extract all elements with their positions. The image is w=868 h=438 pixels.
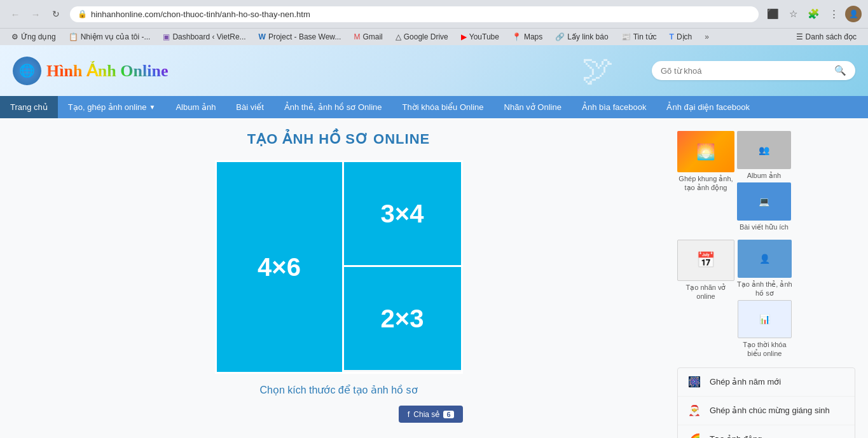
link-giang-sinh[interactable]: 🎅 Ghép ảnh chúc mừng giáng sinh [678, 397, 855, 425]
nav-anh-the-ho-so[interactable]: Ảnh thẻ, ảnh hồ sơ Online [274, 96, 392, 118]
nav-nhan-vo[interactable]: Nhãn vở Online [494, 96, 572, 118]
anh-the-label: Tạo ảnh thẻ, ảnhhồ sơ [737, 280, 792, 298]
sidebar-anh-the[interactable]: 👤 Tạo ảnh thẻ, ảnhhồ sơ [737, 240, 792, 298]
profile-avatar[interactable]: 👤 [845, 6, 862, 22]
browser-actions: ⬛ ☆ 🧩 ⋮ 👤 [764, 5, 862, 23]
search-icon[interactable]: 🔍 [834, 65, 846, 76]
forward-button[interactable]: → [27, 5, 45, 23]
bookmark-label: Lấy link báo [567, 32, 608, 41]
bookmark-label: Dashboard ‹ VietRe... [172, 32, 245, 41]
address-bar[interactable]: 🔒 hinhanhonline.com/chon-thuoc-tinh/anh-… [70, 6, 759, 22]
site-nav: Trang chủ Tạo, ghép ảnh online ▼ Album ả… [0, 96, 868, 118]
nav-tao-ghep-anh[interactable]: Tạo, ghép ảnh online ▼ [58, 96, 166, 118]
logo-text: Hình Ảnh Online [46, 61, 168, 81]
bookmark-youtube[interactable]: ▶ YouTube [456, 31, 504, 43]
gmail-icon: M [354, 32, 360, 41]
cast-button[interactable]: ⬛ [764, 5, 782, 23]
content-area: TẠO ẢNH HỒ SƠ ONLINE 4×6 3×4 2×3 Chọn kí… [13, 131, 665, 438]
anh-the-image: 👤 [738, 240, 792, 278]
album-image: 👥 [737, 131, 791, 169]
bookmarks-bar: ⚙ Ứng dụng 📋 Nhiệm vụ của tôi -... ▣ Das… [0, 28, 868, 45]
sidebar-album[interactable]: 👥 Album ảnh [737, 131, 791, 180]
nhan-vo-image: 📅 [677, 240, 734, 281]
nav-album-anh[interactable]: Album ảnh [165, 96, 226, 118]
drive-icon: △ [396, 32, 401, 41]
bookmark-dich[interactable]: T Dịch [665, 31, 698, 43]
site-logo[interactable]: 🌐 Hình Ảnh Online [13, 57, 168, 85]
anh-dong-label: Tạo ảnh động [710, 434, 762, 438]
giang-sinh-label: Ghép ảnh chúc mừng giáng sinh [710, 406, 830, 415]
bookmark-button[interactable]: ☆ [784, 5, 802, 23]
nav-anh-bia-fb[interactable]: Ảnh bìa facebook [572, 96, 657, 118]
sidebar: 🌅 Ghép khung ảnh,tạo ảnh động 👥 Album ản… [677, 131, 855, 438]
bookmark-gmail[interactable]: M Gmail [348, 31, 387, 43]
ghep-khung-label: Ghép khung ảnh,tạo ảnh động [679, 174, 733, 193]
site-search-bar[interactable]: 🔍 [652, 61, 855, 80]
maps-icon: 📍 [512, 32, 521, 41]
grid-right-column: 3×4 2×3 [344, 162, 461, 372]
giang-sinh-icon: 🎅 [685, 402, 703, 420]
reading-list-label: Danh sách đọc [806, 32, 857, 41]
bookmark-dashboard[interactable]: ▣ Dashboard ‹ VietRe... [158, 31, 251, 43]
bookmark-maps[interactable]: 📍 Maps [507, 31, 548, 43]
share-label: Chia sẻ [413, 410, 439, 419]
bookmark-label: Tin tức [633, 32, 657, 41]
sidebar-thoi-khoa-bieu[interactable]: 📊 Tạo thời khóabiểu online [737, 300, 792, 359]
browser-chrome: ← → ↻ 🔒 hinhanhonline.com/chon-thuoc-tin… [0, 0, 868, 45]
nam-moi-label: Ghép ảnh năm mới [710, 377, 781, 387]
thoi-khoa-bieu-image: 📊 [738, 300, 792, 338]
website: 🌐 Hình Ảnh Online 🕊 🔍 Trang chủ Tạo, ghé… [0, 45, 868, 438]
tin-tuc-icon: 📰 [621, 32, 631, 41]
bookmark-apps[interactable]: ⚙ Ứng dụng [6, 31, 61, 43]
dich-icon: T [670, 32, 674, 41]
bookmark-label: YouTube [469, 32, 499, 41]
grid-3x4[interactable]: 3×4 [344, 162, 461, 267]
back-button[interactable]: ← [6, 5, 24, 23]
facebook-share-button[interactable]: f Chia sẻ 6 [399, 406, 463, 423]
grid-2x3[interactable]: 2×3 [344, 267, 461, 370]
lay-link-icon: 🔗 [555, 32, 565, 41]
search-input[interactable] [661, 66, 829, 76]
bai-viet-image: 💻 [737, 182, 791, 221]
size-2x3-label: 2×3 [381, 305, 424, 333]
browser-toolbar: ← → ↻ 🔒 hinhanhonline.com/chon-thuoc-tin… [0, 0, 868, 28]
nav-bai-viet[interactable]: Bài viết [226, 96, 273, 118]
reading-list-button[interactable]: ☰ Danh sách đọc [791, 31, 862, 43]
sidebar-small-column-2: 👤 Tạo ảnh thẻ, ảnhhồ sơ 📊 Tạo thời khóab… [737, 240, 792, 359]
apps-icon: ⚙ [11, 32, 18, 41]
share-area: f Chia sẻ 6 [215, 406, 463, 423]
size-3x4-label: 3×4 [381, 200, 424, 228]
nav-anh-dai-dien-fb[interactable]: Ảnh đại diện facebook [656, 96, 760, 118]
sidebar-nhan-vo[interactable]: 📅 Tạo nhãn vởonline [677, 240, 734, 359]
more-bookmarks-button[interactable]: » [701, 31, 713, 43]
bookmark-tin-tuc[interactable]: 📰 Tin tức [616, 31, 662, 43]
logo-globe-icon: 🌐 [13, 57, 41, 85]
grid-4x6[interactable]: 4×6 [217, 162, 344, 372]
extensions-button[interactable]: 🧩 [804, 5, 822, 23]
sidebar-row-2: 📅 Tạo nhãn vởonline 👤 Tạo ảnh thẻ, ảnhhồ… [677, 240, 855, 359]
site-header: 🌐 Hình Ảnh Online 🕊 🔍 [0, 45, 868, 96]
bookmark-lay-link[interactable]: 🔗 Lấy link báo [550, 31, 613, 43]
sidebar-ghep-khung[interactable]: 🌅 Ghép khung ảnh,tạo ảnh động [677, 131, 734, 232]
nav-trang-chu[interactable]: Trang chủ [0, 96, 58, 118]
bookmark-drive[interactable]: △ Google Drive [390, 31, 453, 43]
nav-thoi-khoa-bieu[interactable]: Thời khóa biểu Online [392, 96, 494, 118]
sidebar-bai-viet[interactable]: 💻 Bài viết hữu ích [737, 182, 791, 231]
ghep-khung-image: 🌅 [677, 131, 734, 172]
bookmark-nhiem-vu[interactable]: 📋 Nhiệm vụ của tôi -... [64, 31, 156, 43]
menu-button[interactable]: ⋮ [825, 5, 843, 23]
album-label: Album ảnh [747, 171, 781, 180]
reading-list-icon: ☰ [796, 32, 803, 41]
bookmark-label: Ứng dụng [21, 32, 56, 41]
size-4x6-label: 4×6 [258, 253, 301, 282]
bookmark-label: Gmail [362, 32, 382, 41]
bookmark-label: Dịch [677, 32, 692, 41]
photo-size-grid: 4×6 3×4 2×3 [215, 160, 463, 374]
share-count: 6 [443, 411, 453, 418]
reload-button[interactable]: ↻ [47, 5, 65, 23]
link-tao-anh-dong[interactable]: 🌈 Tạo ảnh động [678, 425, 855, 438]
bookmark-project[interactable]: W Project - Base Wew... [254, 31, 347, 43]
link-ghep-anh-nam-moi[interactable]: 🎆 Ghép ảnh năm mới [678, 368, 855, 397]
bookmark-label: Maps [524, 32, 542, 41]
dropdown-arrow-icon: ▼ [149, 104, 156, 111]
